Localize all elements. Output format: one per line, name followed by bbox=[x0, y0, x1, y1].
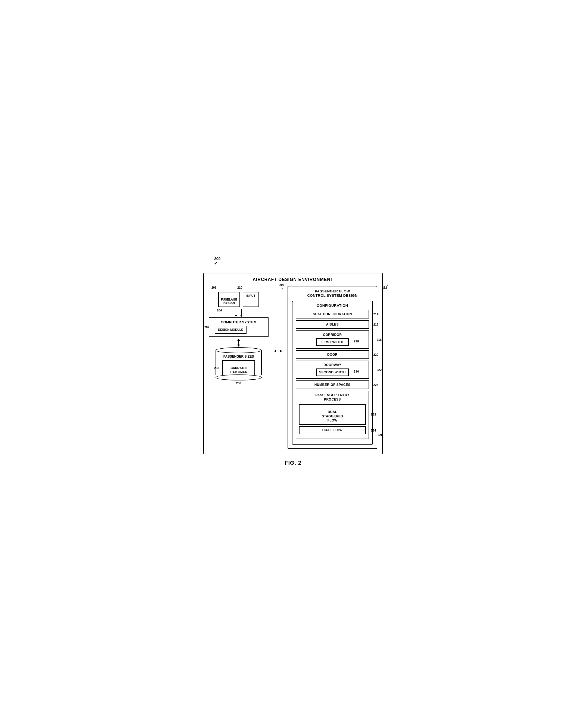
page-container: 200 ↙ AIRCRAFT DESIGN ENVIRONMENT 208 21… bbox=[198, 257, 388, 472]
label-206: 206 bbox=[279, 283, 284, 286]
second-width-text: SECOND WIDTH bbox=[319, 370, 346, 374]
label-218: 218 bbox=[377, 338, 382, 341]
dual-flow-text: DUAL FLOW bbox=[322, 428, 342, 432]
design-module-box: DESIGN MODULE bbox=[215, 326, 247, 333]
passenger-sizes-db: PASSENGER SIZES 238 CARRY-ON ITEM SIZES bbox=[215, 347, 262, 385]
seat-configuration-box: SEAT CONFIGURATION bbox=[296, 310, 369, 318]
pfcs-title: PASSENGER FLOW CONTROL SYSTEM DESIGN bbox=[292, 289, 373, 298]
door-item: DOOR 220 bbox=[296, 350, 369, 359]
pep-outer-box: PASSENGER ENTRY PROCESS DUAL STAGGERED F… bbox=[296, 391, 369, 439]
seat-configuration-item: SEAT CONFIGURATION 214 bbox=[296, 310, 369, 318]
door-text: DOOR bbox=[327, 353, 337, 357]
main-content: 208 210 FUSELAGE DESIGN INPUT 204 bbox=[209, 286, 377, 449]
computer-system-box: COMPUTER SYSTEM 202 DESIGN MODULE bbox=[209, 317, 269, 337]
doorway-outer-box: DOORWAY SECOND WIDTH 230 bbox=[296, 361, 369, 379]
dual-staggered-flow-box: DUAL STAGGERED FLOW bbox=[299, 404, 366, 425]
input-text: INPUT bbox=[247, 294, 255, 297]
aisles-text: AISLES bbox=[326, 322, 339, 327]
label-202: 202 bbox=[204, 326, 209, 329]
label-206-area: 206 ↘ bbox=[279, 283, 284, 290]
diagram-area: 200 ↙ AIRCRAFT DESIGN ENVIRONMENT 208 21… bbox=[198, 257, 388, 472]
doorway-item: DOORWAY SECOND WIDTH 230 bbox=[296, 361, 369, 379]
fig-ref-number: 200 bbox=[214, 257, 221, 261]
label-214: 214 bbox=[374, 312, 378, 316]
fuselage-design-text: FUSELAGE DESIGN bbox=[221, 298, 237, 305]
number-of-spaces-item: NUMBER OF SPACES 224 bbox=[296, 381, 369, 389]
horizontal-arrow-connector bbox=[274, 350, 282, 353]
label-230: 230 bbox=[354, 370, 359, 373]
corridor-outer-box: CORRIDOR FIRST WIDTH 228 bbox=[296, 331, 369, 349]
seat-configuration-text: SEAT CONFIGURATION bbox=[313, 312, 352, 316]
computer-system-title: COMPUTER SYSTEM bbox=[212, 320, 265, 324]
input-box: INPUT bbox=[243, 292, 259, 307]
design-module-text: DESIGN MODULE bbox=[218, 328, 243, 331]
aircraft-design-environment-title: AIRCRAFT DESIGN ENVIRONMENT bbox=[209, 277, 377, 282]
fig-ref-arrow-icon: ↙ bbox=[214, 261, 217, 265]
label-234: 234 bbox=[371, 429, 376, 432]
dual-flow-box: DUAL FLOW bbox=[299, 426, 366, 435]
doorway-title-text: DOORWAY bbox=[324, 363, 341, 367]
aisles-item: AISLES 216 bbox=[296, 320, 369, 329]
number-of-spaces-text: NUMBER OF SPACES bbox=[314, 383, 350, 387]
number-of-spaces-box: NUMBER OF SPACES bbox=[296, 381, 369, 389]
label-228: 228 bbox=[354, 340, 359, 343]
corridor-title-text: CORRIDOR bbox=[323, 333, 342, 337]
fuselage-design-box: FUSELAGE DESIGN bbox=[218, 292, 240, 307]
passenger-entry-process-item: PASSENGER ENTRY PROCESS DUAL STAGGERED F… bbox=[296, 391, 369, 439]
carry-on-box: CARRY-ON ITEM SIZES bbox=[222, 360, 255, 375]
dual-staggered-flow-text: DUAL STAGGERED FLOW bbox=[322, 410, 343, 422]
label-208: 208 bbox=[211, 286, 216, 289]
corridor-item: CORRIDOR FIRST WIDTH 228 bbox=[296, 331, 369, 349]
figure-caption: FIG. 2 bbox=[203, 460, 383, 466]
label-204: 204 bbox=[217, 309, 222, 312]
label-222: 222 bbox=[377, 368, 382, 371]
configuration-title: CONFIGURATION bbox=[296, 304, 369, 308]
pfcs-outer-box: 212 ↙ PASSENGER FLOW CONTROL SYSTEM DESI… bbox=[287, 286, 377, 449]
figure-ref-label: 200 ↙ bbox=[214, 257, 221, 265]
aircraft-design-environment-box: AIRCRAFT DESIGN ENVIRONMENT 208 210 FUSE… bbox=[203, 273, 383, 454]
aisles-box: AISLES bbox=[296, 320, 369, 329]
label-224: 224 bbox=[374, 383, 378, 386]
label-226: 226 bbox=[378, 433, 383, 436]
door-box: DOOR bbox=[296, 350, 369, 359]
label-232: 232 bbox=[371, 413, 376, 416]
label-216: 216 bbox=[374, 323, 378, 326]
label-206-arrow-icon: ↘ bbox=[280, 286, 283, 290]
configuration-section: CONFIGURATION SEAT CONFIGURATION 214 bbox=[292, 301, 373, 445]
right-column: 206 ↘ 212 ↙ PASSENGER FLOW CONTROL SYSTE… bbox=[287, 286, 377, 449]
design-module-row: 202 DESIGN MODULE bbox=[212, 326, 265, 333]
first-width-box: FIRST WIDTH bbox=[316, 338, 349, 346]
second-width-box: SECOND WIDTH bbox=[316, 368, 349, 376]
left-column: 208 210 FUSELAGE DESIGN INPUT 204 bbox=[209, 286, 269, 385]
label-212-arrow-icon: ↙ bbox=[386, 283, 389, 286]
label-236: 236 bbox=[215, 382, 262, 385]
label-238: 238 bbox=[214, 366, 219, 369]
pep-title-text: PASSENGER ENTRY PROCESS bbox=[299, 393, 366, 401]
carry-on-text: CARRY-ON ITEM SIZES bbox=[230, 366, 247, 373]
label-210: 210 bbox=[237, 286, 242, 289]
first-width-text: FIRST WIDTH bbox=[322, 340, 343, 344]
label-220: 220 bbox=[374, 353, 378, 356]
